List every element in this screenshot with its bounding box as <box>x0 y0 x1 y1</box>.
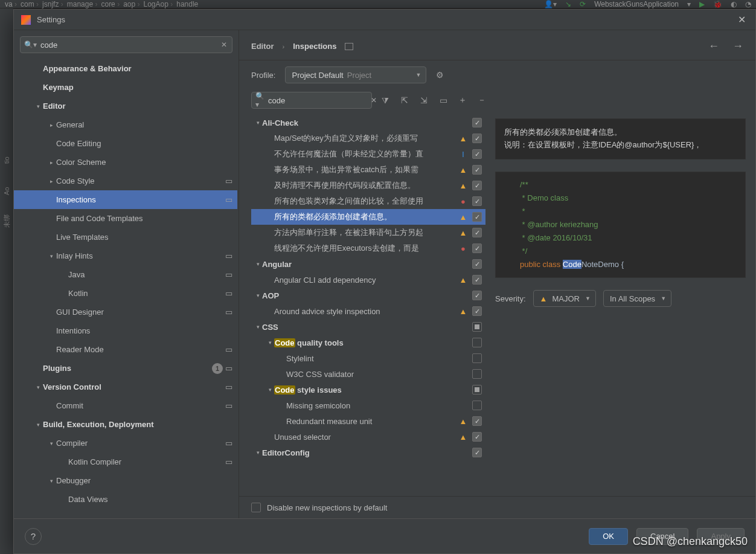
debug-icon[interactable]: 🐞 <box>713 0 722 8</box>
inspection-item[interactable]: Redundant measure unit▲✓ <box>251 413 485 429</box>
inspection-item[interactable]: Stylelint <box>251 350 485 366</box>
inspection-item[interactable]: 线程池不允许使用Executors去创建，而是●✓ <box>251 240 485 256</box>
inspection-item[interactable]: Angular CLI add dependency▲✓ <box>251 272 485 288</box>
inspection-checkbox[interactable] <box>472 338 482 347</box>
inspection-checkbox[interactable]: ✓ <box>472 243 482 253</box>
nav-item-appearance-behavior[interactable]: Appearance & Behavior <box>14 59 237 78</box>
nav-item-file-and-code-templates[interactable]: File and Code Templates <box>14 209 237 228</box>
nav-item-gui-designer[interactable]: GUI Designer▭ <box>14 303 237 321</box>
nav-back-icon[interactable]: ← <box>708 40 719 53</box>
nav-item-intentions[interactable]: Intentions <box>14 321 237 340</box>
inspection-item[interactable]: ▾CSS <box>251 319 485 335</box>
inspection-checkbox[interactable]: ✓ <box>472 181 482 190</box>
close-icon[interactable]: ✕ <box>735 11 748 28</box>
nav-item-build-execution-deployment[interactable]: ▾Build, Execution, Deployment <box>14 415 237 434</box>
inspection-item[interactable]: Around advice style inspection▲✓ <box>251 303 485 319</box>
inspection-item[interactable]: Map/Set的key为自定义对象时，必须重写▲✓ <box>251 130 485 146</box>
inspection-item[interactable]: W3C CSS validator <box>251 366 485 382</box>
nav-item-commit[interactable]: Commit▭ <box>14 396 237 415</box>
inspection-checkbox[interactable] <box>472 401 482 410</box>
inspections-tree[interactable]: ▾Ali-Check✓Map/Set的key为自定义对象时，必须重写▲✓不允许任… <box>251 115 485 496</box>
nav-forward-icon[interactable]: → <box>732 40 743 53</box>
inspection-checkbox[interactable]: ✓ <box>472 118 482 127</box>
inspection-item[interactable]: Missing semicolon <box>251 398 485 413</box>
nav-item-data-views[interactable]: Data Views <box>14 490 237 509</box>
inspection-checkbox[interactable]: ✓ <box>472 291 482 300</box>
watermark: CSDN @chenkangck50 <box>633 535 748 548</box>
inspection-item[interactable]: 及时清理不再使用的代码段或配置信息。▲✓ <box>251 178 485 193</box>
gear-icon[interactable]: ⚙ <box>436 70 444 80</box>
inspection-item[interactable]: 所有的类都必须添加创建者信息。▲✓ <box>251 209 485 225</box>
inspection-checkbox[interactable]: ✓ <box>472 212 482 222</box>
inspection-checkbox[interactable] <box>472 369 482 379</box>
inspection-checkbox[interactable]: ✓ <box>472 416 482 426</box>
inspection-item[interactable]: 事务场景中，抛出异常被catch后，如果需▲✓ <box>251 162 485 178</box>
run-config-dropdown[interactable]: WebstackGunsApplication <box>594 0 679 8</box>
inspection-checkbox[interactable]: ✓ <box>472 306 482 316</box>
nav-item-general[interactable]: ▸General <box>14 115 237 134</box>
nav-item-java[interactable]: Java▭ <box>14 265 237 284</box>
inspection-checkbox[interactable]: ✓ <box>472 275 482 285</box>
expand-all-icon[interactable]: ⇱ <box>399 95 411 105</box>
inspection-checkbox[interactable]: ✓ <box>472 165 482 175</box>
inspection-item[interactable]: ▾Code style issues <box>251 382 485 398</box>
inspection-checkbox[interactable] <box>472 385 482 395</box>
nav-item-inlay-hints[interactable]: ▾Inlay Hints▭ <box>14 246 237 265</box>
inspection-item[interactable]: 不允许任何魔法值（即未经定义的常量）直Ⅰ✓ <box>251 146 485 162</box>
nav-item-code-style[interactable]: ▸Code Style▭ <box>14 172 237 190</box>
inspection-item[interactable]: ▾AOP✓ <box>251 288 485 303</box>
build-icon[interactable]: ↘ <box>565 0 571 8</box>
inspection-item[interactable]: 方法内部单行注释，在被注释语句上方另起▲✓ <box>251 225 485 240</box>
nav-item-reader-mode[interactable]: Reader Mode▭ <box>14 340 237 359</box>
inspection-search-input[interactable] <box>268 96 370 105</box>
settings-search-input[interactable] <box>40 40 220 50</box>
nav-item-plugins[interactable]: Plugins1▭ <box>14 359 237 378</box>
run-icon[interactable]: ▶ <box>699 0 705 8</box>
reset-icon[interactable]: ▭ <box>437 95 449 105</box>
remove-icon[interactable]: － <box>476 95 488 106</box>
inspection-item[interactable]: ▾Ali-Check✓ <box>251 115 485 130</box>
severity-combo[interactable]: ▲ MAJOR ▼ <box>533 290 596 307</box>
nav-item-kotlin[interactable]: Kotlin▭ <box>14 284 237 303</box>
profile-combo[interactable]: Project DefaultProject ▼ <box>285 66 426 83</box>
nav-item-code-editing[interactable]: Code Editing <box>14 134 237 153</box>
filter-icon[interactable]: ⧩ <box>379 95 391 106</box>
inspection-checkbox[interactable]: ✓ <box>472 448 482 457</box>
add-user-icon[interactable]: 👤▾ <box>544 0 557 8</box>
clear-search-icon[interactable]: ✕ <box>370 95 378 106</box>
scope-combo[interactable]: In All Scopes ▼ <box>603 290 671 307</box>
inspection-item[interactable]: ▾Code quality tools <box>251 335 485 350</box>
settings-nav-tree[interactable]: Appearance & BehaviorKeymap▾Editor▸Gener… <box>14 57 239 518</box>
profiler-icon[interactable]: ◔ <box>745 0 751 8</box>
settings-search-box[interactable]: 🔍▾ ✕ <box>20 36 232 53</box>
inspection-item[interactable]: ▾Angular✓ <box>251 256 485 272</box>
collapse-all-icon[interactable]: ⇲ <box>418 95 430 105</box>
ok-button[interactable]: OK <box>589 528 628 545</box>
nav-item-inspections[interactable]: Inspections▭ <box>14 190 237 209</box>
inspection-search-box[interactable]: 🔍▾ ✕ <box>251 92 372 109</box>
inspection-item[interactable]: Unused selector▲✓ <box>251 429 485 445</box>
nav-item-kotlin-compiler[interactable]: Kotlin Compiler▭ <box>14 453 237 471</box>
inspection-checkbox[interactable]: ✓ <box>472 196 482 206</box>
inspection-checkbox[interactable]: ✓ <box>472 259 482 269</box>
inspection-checkbox[interactable]: ✓ <box>472 228 482 237</box>
nav-item-compiler[interactable]: ▾Compiler▭ <box>14 434 237 453</box>
nav-item-color-scheme[interactable]: ▸Color Scheme <box>14 153 237 172</box>
help-button[interactable]: ? <box>25 528 42 545</box>
inspection-checkbox[interactable]: ✓ <box>472 149 482 159</box>
nav-item-keymap[interactable]: Keymap <box>14 78 237 97</box>
add-icon[interactable]: ＋ <box>456 95 469 106</box>
inspection-checkbox[interactable]: ✓ <box>472 432 482 442</box>
inspection-checkbox[interactable] <box>472 353 482 363</box>
disable-new-checkbox[interactable] <box>251 503 261 512</box>
coverage-icon[interactable]: ◐ <box>731 0 737 8</box>
nav-item-editor[interactable]: ▾Editor <box>14 97 237 115</box>
inspection-checkbox[interactable]: ✓ <box>472 134 482 143</box>
nav-item-version-control[interactable]: ▾Version Control▭ <box>14 378 237 396</box>
nav-item-debugger[interactable]: ▾Debugger <box>14 471 237 490</box>
nav-item-live-templates[interactable]: Live Templates <box>14 228 237 246</box>
inspection-checkbox[interactable] <box>472 322 482 332</box>
inspection-item[interactable]: 所有的包装类对象之间值的比较，全部使用●✓ <box>251 193 485 209</box>
clear-search-icon[interactable]: ✕ <box>220 39 228 50</box>
inspection-item[interactable]: ▾EditorConfig✓ <box>251 445 485 460</box>
